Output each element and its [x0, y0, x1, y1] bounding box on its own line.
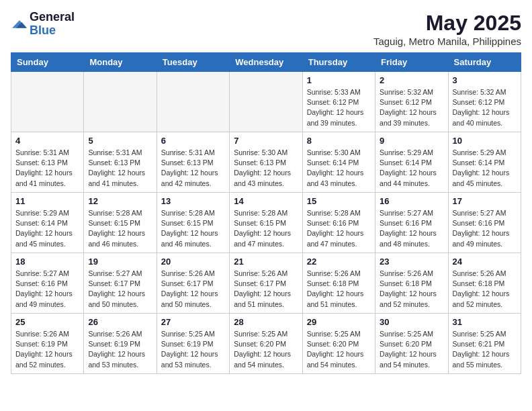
calendar-cell: 10Sunrise: 5:29 AMSunset: 6:14 PMDayligh…	[448, 132, 521, 193]
day-info: Sunrise: 5:25 AMSunset: 6:19 PMDaylight:…	[161, 329, 225, 370]
day-info: Sunrise: 5:31 AMSunset: 6:13 PMDaylight:…	[161, 148, 225, 189]
calendar-cell: 3Sunrise: 5:32 AMSunset: 6:12 PMDaylight…	[448, 72, 521, 132]
day-info: Sunrise: 5:27 AMSunset: 6:16 PMDaylight:…	[380, 208, 443, 249]
calendar-cell: 15Sunrise: 5:28 AMSunset: 6:16 PMDayligh…	[302, 193, 375, 253]
calendar-cell	[11, 72, 84, 132]
title-area: May 2025 Taguig, Metro Manila, Philippin…	[373, 11, 521, 47]
day-info: Sunrise: 5:26 AMSunset: 6:19 PMDaylight:…	[88, 329, 152, 370]
day-number: 4	[15, 136, 79, 146]
day-info: Sunrise: 5:31 AMSunset: 6:13 PMDaylight:…	[88, 148, 152, 189]
day-number: 28	[234, 317, 298, 327]
day-number: 13	[161, 196, 225, 206]
day-number: 27	[161, 317, 225, 327]
day-info: Sunrise: 5:28 AMSunset: 6:16 PMDaylight:…	[307, 208, 371, 249]
calendar-cell: 23Sunrise: 5:26 AMSunset: 6:18 PMDayligh…	[375, 253, 448, 314]
calendar-cell: 7Sunrise: 5:30 AMSunset: 6:13 PMDaylight…	[230, 132, 302, 193]
calendar-cell	[84, 72, 157, 132]
day-number: 21	[234, 257, 298, 267]
weekday-header-friday: Friday	[375, 53, 448, 72]
calendar-cell: 27Sunrise: 5:25 AMSunset: 6:19 PMDayligh…	[157, 314, 229, 374]
day-info: Sunrise: 5:25 AMSunset: 6:20 PMDaylight:…	[307, 329, 371, 370]
calendar-cell: 28Sunrise: 5:25 AMSunset: 6:20 PMDayligh…	[230, 314, 302, 374]
calendar-cell: 26Sunrise: 5:26 AMSunset: 6:19 PMDayligh…	[84, 314, 157, 374]
day-number: 17	[453, 196, 517, 206]
calendar-cell: 16Sunrise: 5:27 AMSunset: 6:16 PMDayligh…	[375, 193, 448, 253]
calendar-cell: 18Sunrise: 5:27 AMSunset: 6:16 PMDayligh…	[11, 253, 84, 314]
weekday-header-wednesday: Wednesday	[230, 53, 302, 72]
day-info: Sunrise: 5:28 AMSunset: 6:15 PMDaylight:…	[88, 208, 152, 249]
day-info: Sunrise: 5:27 AMSunset: 6:16 PMDaylight:…	[15, 269, 79, 310]
day-number: 23	[380, 257, 443, 267]
day-number: 15	[307, 196, 371, 206]
weekday-header-sunday: Sunday	[11, 53, 84, 72]
day-info: Sunrise: 5:27 AMSunset: 6:17 PMDaylight:…	[88, 269, 152, 310]
day-info: Sunrise: 5:25 AMSunset: 6:20 PMDaylight:…	[380, 329, 443, 370]
calendar-cell: 24Sunrise: 5:26 AMSunset: 6:18 PMDayligh…	[448, 253, 521, 314]
day-number: 25	[15, 317, 79, 327]
day-number: 8	[307, 136, 371, 146]
day-info: Sunrise: 5:30 AMSunset: 6:14 PMDaylight:…	[307, 148, 371, 189]
day-info: Sunrise: 5:29 AMSunset: 6:14 PMDaylight:…	[453, 148, 517, 189]
day-number: 22	[307, 257, 371, 267]
subtitle: Taguig, Metro Manila, Philippines	[373, 36, 521, 47]
day-number: 7	[234, 136, 298, 146]
calendar-cell: 29Sunrise: 5:25 AMSunset: 6:20 PMDayligh…	[302, 314, 375, 374]
calendar-cell: 8Sunrise: 5:30 AMSunset: 6:14 PMDaylight…	[302, 132, 375, 193]
calendar-cell: 4Sunrise: 5:31 AMSunset: 6:13 PMDaylight…	[11, 132, 84, 193]
day-info: Sunrise: 5:26 AMSunset: 6:18 PMDaylight:…	[453, 269, 517, 310]
day-info: Sunrise: 5:32 AMSunset: 6:12 PMDaylight:…	[380, 87, 443, 128]
calendar-cell: 30Sunrise: 5:25 AMSunset: 6:20 PMDayligh…	[375, 314, 448, 374]
day-number: 14	[234, 196, 298, 206]
day-number: 26	[88, 317, 152, 327]
day-info: Sunrise: 5:26 AMSunset: 6:17 PMDaylight:…	[234, 269, 298, 310]
day-info: Sunrise: 5:27 AMSunset: 6:16 PMDaylight:…	[453, 208, 517, 249]
day-info: Sunrise: 5:31 AMSunset: 6:13 PMDaylight:…	[15, 148, 79, 189]
calendar-cell: 5Sunrise: 5:31 AMSunset: 6:13 PMDaylight…	[84, 132, 157, 193]
logo-general: General	[30, 11, 75, 24]
day-info: Sunrise: 5:25 AMSunset: 6:21 PMDaylight:…	[453, 329, 517, 370]
day-info: Sunrise: 5:26 AMSunset: 6:18 PMDaylight:…	[380, 269, 443, 310]
day-number: 30	[380, 317, 443, 327]
day-number: 31	[453, 317, 517, 327]
day-number: 5	[88, 136, 152, 146]
day-number: 24	[453, 257, 517, 267]
day-info: Sunrise: 5:30 AMSunset: 6:13 PMDaylight:…	[234, 148, 298, 189]
calendar-cell: 12Sunrise: 5:28 AMSunset: 6:15 PMDayligh…	[84, 193, 157, 253]
week-row-4: 18Sunrise: 5:27 AMSunset: 6:16 PMDayligh…	[11, 253, 521, 314]
day-number: 16	[380, 196, 443, 206]
day-info: Sunrise: 5:26 AMSunset: 6:17 PMDaylight:…	[161, 269, 225, 310]
weekday-header-monday: Monday	[84, 53, 157, 72]
calendar-cell	[157, 72, 229, 132]
day-info: Sunrise: 5:29 AMSunset: 6:14 PMDaylight:…	[380, 148, 443, 189]
weekday-header-row: SundayMondayTuesdayWednesdayThursdayFrid…	[11, 53, 521, 72]
day-number: 3	[453, 75, 517, 85]
logo-icon	[12, 18, 27, 30]
day-number: 2	[380, 75, 443, 85]
logo: General Blue	[11, 11, 75, 38]
calendar-cell: 13Sunrise: 5:28 AMSunset: 6:15 PMDayligh…	[157, 193, 229, 253]
day-number: 19	[88, 257, 152, 267]
calendar-cell: 9Sunrise: 5:29 AMSunset: 6:14 PMDaylight…	[375, 132, 448, 193]
week-row-1: 1Sunrise: 5:33 AMSunset: 6:12 PMDaylight…	[11, 72, 521, 132]
calendar-cell: 1Sunrise: 5:33 AMSunset: 6:12 PMDaylight…	[302, 72, 375, 132]
day-number: 18	[15, 257, 79, 267]
weekday-header-thursday: Thursday	[302, 53, 375, 72]
calendar-cell: 20Sunrise: 5:26 AMSunset: 6:17 PMDayligh…	[157, 253, 229, 314]
day-info: Sunrise: 5:33 AMSunset: 6:12 PMDaylight:…	[307, 87, 371, 128]
calendar-cell: 17Sunrise: 5:27 AMSunset: 6:16 PMDayligh…	[448, 193, 521, 253]
page-header: General Blue May 2025 Taguig, Metro Mani…	[11, 11, 521, 47]
logo-text: General Blue	[30, 11, 75, 38]
week-row-2: 4Sunrise: 5:31 AMSunset: 6:13 PMDaylight…	[11, 132, 521, 193]
calendar-cell: 19Sunrise: 5:27 AMSunset: 6:17 PMDayligh…	[84, 253, 157, 314]
calendar-cell: 11Sunrise: 5:29 AMSunset: 6:14 PMDayligh…	[11, 193, 84, 253]
day-number: 10	[453, 136, 517, 146]
logo-blue: Blue	[30, 24, 75, 38]
weekday-header-saturday: Saturday	[448, 53, 521, 72]
day-info: Sunrise: 5:28 AMSunset: 6:15 PMDaylight:…	[161, 208, 225, 249]
day-number: 6	[161, 136, 225, 146]
calendar-cell: 22Sunrise: 5:26 AMSunset: 6:18 PMDayligh…	[302, 253, 375, 314]
weekday-header-tuesday: Tuesday	[157, 53, 229, 72]
calendar-cell: 31Sunrise: 5:25 AMSunset: 6:21 PMDayligh…	[448, 314, 521, 374]
day-info: Sunrise: 5:25 AMSunset: 6:20 PMDaylight:…	[234, 329, 298, 370]
day-number: 11	[15, 196, 79, 206]
